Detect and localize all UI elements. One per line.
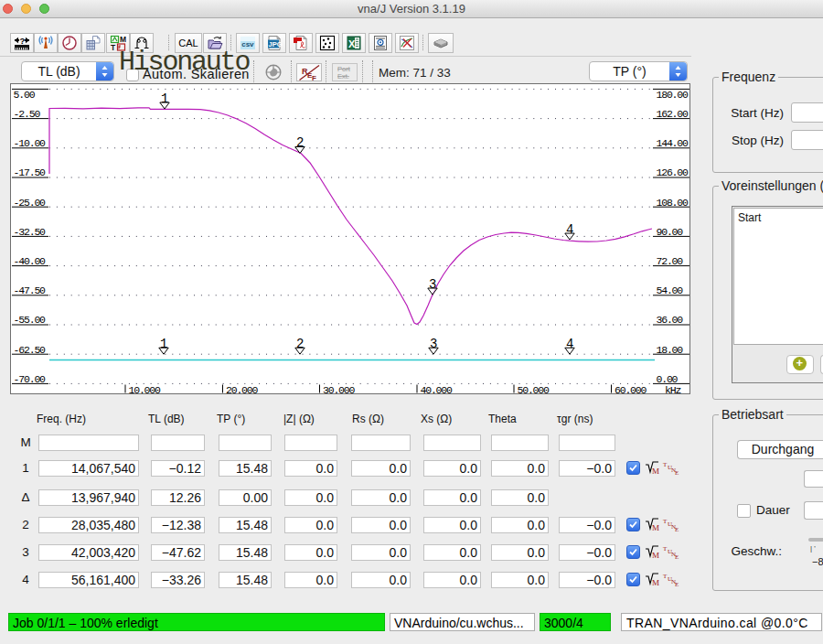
svg-text:-47.50: -47.50 xyxy=(14,284,47,296)
svg-text:3: 3 xyxy=(430,337,437,351)
svg-text:60.000: 60.000 xyxy=(615,384,647,396)
svg-text:50.000: 50.000 xyxy=(518,384,550,396)
svg-text:M: M xyxy=(120,35,126,44)
svg-text:T: T xyxy=(111,43,116,52)
svg-text:-25.00: -25.00 xyxy=(14,197,47,209)
svg-text:-2.50: -2.50 xyxy=(14,108,41,120)
svg-text:10.000: 10.000 xyxy=(129,384,162,396)
svg-text:-10.00: -10.00 xyxy=(14,137,47,149)
svg-text:5.00: 5.00 xyxy=(14,89,36,101)
svg-text:18.00: 18.00 xyxy=(657,344,684,356)
svg-text:162.00: 162.00 xyxy=(657,108,689,120)
svg-text:-62.50: -62.50 xyxy=(14,344,47,356)
svg-text:M: M xyxy=(652,523,659,532)
svg-text:180.00: 180.00 xyxy=(657,89,689,101)
svg-text:144.00: 144.00 xyxy=(657,137,689,149)
svg-text:2: 2 xyxy=(296,135,304,150)
svg-text:40.000: 40.000 xyxy=(421,384,454,396)
svg-text:-70.00: -70.00 xyxy=(14,373,47,385)
svg-text:-55.00: -55.00 xyxy=(14,314,47,326)
svg-text:72.00: 72.00 xyxy=(657,255,684,267)
svg-text:?: ? xyxy=(19,36,25,46)
svg-text:90.00: 90.00 xyxy=(657,226,684,238)
svg-text:-32.50: -32.50 xyxy=(14,226,47,238)
svg-text:126.00: 126.00 xyxy=(657,166,689,178)
svg-text:30.000: 30.000 xyxy=(323,384,356,396)
svg-text:2: 2 xyxy=(296,337,304,351)
svg-text:54.00: 54.00 xyxy=(657,284,684,296)
svg-text:E: E xyxy=(675,553,679,561)
svg-text:0.00: 0.00 xyxy=(657,373,679,385)
svg-text:36.00: 36.00 xyxy=(657,314,684,326)
svg-text:M: M xyxy=(652,551,659,560)
svg-text:4: 4 xyxy=(566,222,573,237)
svg-text:E: E xyxy=(675,469,679,477)
svg-text:M: M xyxy=(652,578,659,587)
svg-text:-40.00: -40.00 xyxy=(14,255,47,267)
svg-text:20.000: 20.000 xyxy=(226,384,259,396)
svg-text:-17.50: -17.50 xyxy=(14,166,47,178)
svg-text:M: M xyxy=(652,467,659,476)
svg-text:kHz: kHz xyxy=(665,384,680,395)
svg-text:1: 1 xyxy=(160,337,167,351)
svg-text:E: E xyxy=(675,581,679,588)
svg-text:108.00: 108.00 xyxy=(657,197,689,209)
svg-text:3: 3 xyxy=(429,277,436,292)
svg-text:E: E xyxy=(675,526,679,533)
svg-text:4: 4 xyxy=(566,337,573,351)
svg-text:1: 1 xyxy=(161,91,168,106)
